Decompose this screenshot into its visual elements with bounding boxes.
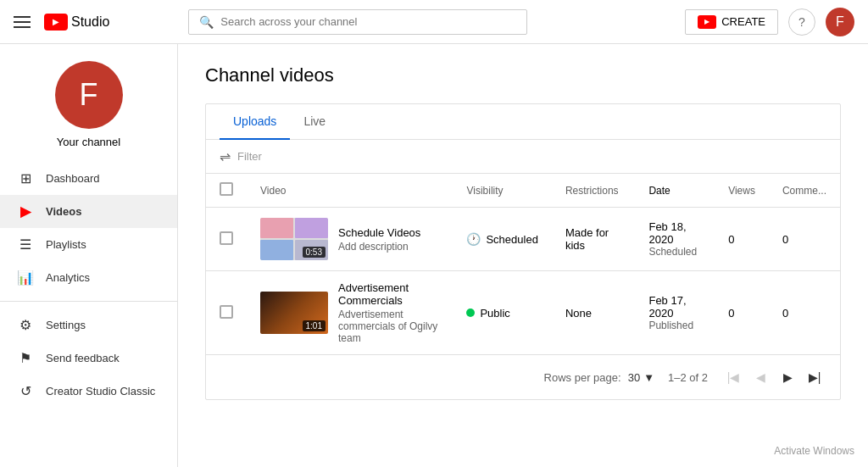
create-label: CREATE: [721, 15, 765, 28]
rows-per-page-label: Rows per page:: [544, 371, 621, 384]
video-thumbnail[interactable]: 0:53: [260, 218, 328, 260]
row-checkbox[interactable]: [220, 231, 233, 245]
help-button[interactable]: ?: [788, 8, 815, 36]
filter-label: Filter: [237, 150, 262, 163]
visibility-cell: 🕐 Scheduled: [453, 208, 551, 271]
layout: F Your channel ⊞ Dashboard ▶ Videos ☰ Pl…: [0, 44, 868, 467]
sidebar: F Your channel ⊞ Dashboard ▶ Videos ☰ Pl…: [0, 44, 178, 467]
restrictions-cell: Made for kids: [552, 208, 636, 271]
select-all-checkbox[interactable]: [220, 182, 233, 196]
thumb-block: [295, 218, 328, 238]
col-video: Video: [247, 174, 453, 208]
help-icon: ?: [798, 15, 805, 29]
sidebar-item-settings[interactable]: ⚙ Settings: [0, 309, 177, 342]
sidebar-item-dashboard[interactable]: ⊞ Dashboard: [0, 162, 177, 195]
sidebar-item-label: Send feedback: [46, 352, 120, 364]
visibility-content: 🕐 Scheduled: [466, 232, 537, 246]
activate-windows-notice: Activate Windows: [774, 445, 854, 457]
sidebar-item-videos[interactable]: ▶ Videos: [0, 195, 177, 228]
col-comments: Comme...: [769, 174, 840, 208]
sidebar-item-label: Dashboard: [46, 172, 100, 185]
video-description: Advertisement commercials of Ogilvy team: [338, 309, 439, 344]
youtube-icon: [44, 14, 68, 31]
first-page-button[interactable]: |◀: [721, 365, 745, 389]
sidebar-divider: [0, 301, 177, 302]
video-cell-content: 1:01 Advertisement Commercials Advertise…: [260, 281, 439, 344]
tab-uploads[interactable]: Uploads: [220, 104, 290, 140]
feedback-icon: ⚑: [17, 350, 34, 366]
clock-icon: 🕐: [466, 232, 481, 246]
restrictions-cell: None: [552, 271, 636, 355]
col-views: Views: [715, 174, 769, 208]
sidebar-item-classic[interactable]: ↺ Creator Studio Classic: [0, 375, 177, 408]
channel-label: Your channel: [57, 136, 120, 148]
sidebar-item-playlists[interactable]: ☰ Playlists: [0, 228, 177, 261]
search-bar[interactable]: 🔍: [188, 9, 527, 35]
header-left: Studio: [14, 14, 109, 31]
row-checkbox-cell: [206, 208, 247, 271]
avatar-letter: F: [836, 14, 844, 30]
page-info: 1–2 of 2: [668, 371, 708, 384]
channel-avatar[interactable]: F: [55, 61, 123, 129]
video-thumbnail[interactable]: 1:01: [260, 292, 328, 334]
comments-count: 0: [782, 233, 788, 246]
comments-count: 0: [782, 307, 788, 320]
classic-icon: ↺: [17, 383, 34, 399]
page-nav: |◀ ◀ ▶ ▶|: [721, 365, 826, 389]
dashboard-icon: ⊞: [17, 170, 34, 186]
video-info: Advertisement Commercials Advertisement …: [338, 281, 439, 344]
video-cell: 1:01 Advertisement Commercials Advertise…: [247, 271, 453, 355]
playlists-icon: ☰: [17, 236, 34, 253]
checkbox-header: [206, 174, 247, 208]
thumb-block: [260, 218, 293, 238]
rows-per-page: Rows per page: 30 ▼: [544, 371, 654, 384]
views-count: 0: [728, 307, 734, 320]
header-right: CREATE ? F: [685, 8, 854, 36]
visibility-text: Scheduled: [486, 233, 537, 246]
page-title: Channel videos: [205, 64, 841, 86]
youtube-studio-logo: Studio: [44, 14, 109, 31]
visibility-content: Public: [466, 307, 537, 320]
filter-icon[interactable]: ⇌: [220, 148, 231, 164]
user-avatar[interactable]: F: [826, 8, 854, 36]
restrictions-text: None: [565, 307, 592, 320]
search-icon: 🔍: [199, 15, 214, 29]
visibility-cell: Public: [453, 271, 551, 355]
date-line2: Scheduled: [648, 246, 701, 258]
videos-icon: ▶: [17, 203, 34, 220]
last-page-button[interactable]: ▶|: [803, 365, 826, 389]
comments-cell: 0: [769, 271, 840, 355]
video-duration: 1:01: [303, 320, 326, 331]
rows-per-page-value: 30: [628, 371, 640, 384]
next-page-button[interactable]: ▶: [776, 365, 799, 389]
table-row: 0:53 Schedule Videos Add description 🕐: [206, 208, 840, 271]
video-cell-content: 0:53 Schedule Videos Add description: [260, 218, 439, 260]
create-button[interactable]: CREATE: [685, 9, 778, 35]
create-icon: [698, 15, 716, 29]
row-checkbox-cell: [206, 271, 247, 355]
pagination: Rows per page: 30 ▼ 1–2 of 2 |◀ ◀ ▶ ▶|: [206, 355, 840, 399]
settings-icon: ⚙: [17, 317, 34, 333]
menu-button[interactable]: [14, 16, 31, 28]
views-cell: 0: [715, 208, 769, 271]
sidebar-item-analytics[interactable]: 📊 Analytics: [0, 261, 177, 294]
visibility-text: Public: [480, 307, 509, 320]
tab-live[interactable]: Live: [290, 104, 339, 140]
filter-bar: ⇌ Filter: [206, 140, 840, 174]
tabs: Uploads Live: [206, 104, 840, 140]
date-cell: Feb 18, 2020 Scheduled: [635, 208, 715, 271]
sidebar-item-feedback[interactable]: ⚑ Send feedback: [0, 342, 177, 375]
prev-page-button[interactable]: ◀: [748, 365, 772, 389]
sidebar-item-label: Creator Studio Classic: [46, 385, 155, 398]
rows-per-page-select[interactable]: 30 ▼: [628, 371, 654, 384]
search-input[interactable]: [220, 15, 516, 28]
sidebar-item-label: Videos: [46, 205, 81, 218]
video-cell: 0:53 Schedule Videos Add description: [247, 208, 453, 271]
video-description: Add description: [338, 241, 420, 253]
header: Studio 🔍 CREATE ? F: [0, 0, 868, 44]
row-checkbox[interactable]: [220, 305, 233, 319]
table-row: 1:01 Advertisement Commercials Advertise…: [206, 271, 840, 355]
video-info: Schedule Videos Add description: [338, 226, 420, 253]
restrictions-text: Made for kids: [565, 226, 609, 252]
video-title: Schedule Videos: [338, 226, 420, 239]
